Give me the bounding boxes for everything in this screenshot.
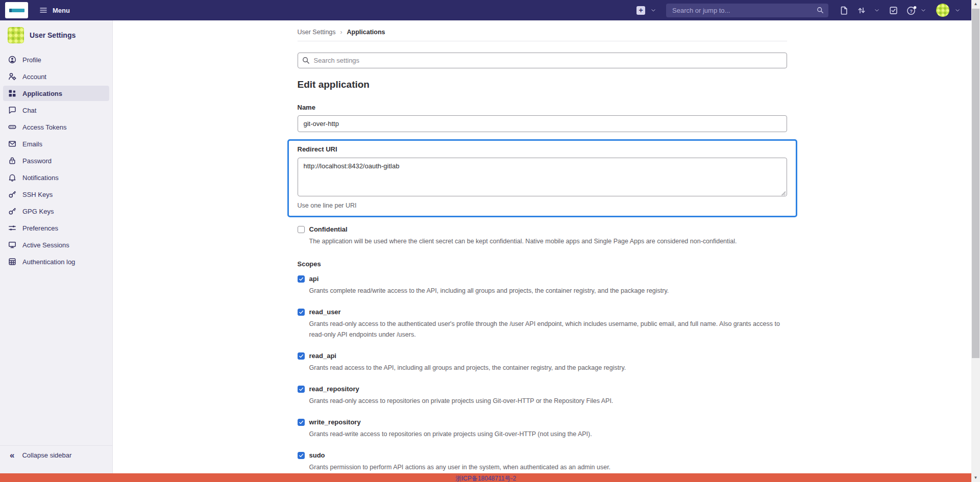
scope-read-user-description: Grants read-only access to the authentic… — [309, 319, 787, 340]
redirect-uri-label: Redirect URI — [298, 145, 787, 153]
sidebar-item-chat[interactable]: Chat — [3, 103, 109, 118]
scrollbar-down-arrow-icon[interactable]: ▼ — [971, 474, 980, 482]
scope-api-description: Grants complete read/write access to the… — [309, 286, 787, 296]
collapse-sidebar-button[interactable]: « Collapse sidebar — [0, 445, 112, 465]
chat-icon — [8, 106, 16, 114]
scope-write-repository-label[interactable]: write_repository — [309, 418, 361, 426]
sidebar-item-ssh-keys[interactable]: SSH Keys — [3, 187, 109, 202]
preferences-icon — [8, 224, 16, 232]
sidebar-item-label: Applications — [22, 90, 62, 97]
sidebar-item-account[interactable]: Account — [3, 69, 109, 84]
check-icon — [299, 453, 304, 458]
scope-group-sudo: sudo Grants permission to perform API ac… — [298, 451, 787, 473]
hamburger-icon — [39, 6, 47, 14]
sidebar-item-label: Password — [22, 157, 52, 165]
sidebar-item-profile[interactable]: Profile — [3, 52, 109, 67]
applications-icon — [8, 89, 16, 97]
top-navbar: Menu + ? — [0, 0, 971, 20]
scope-write-repository-description: Grants read-write access to repositories… — [309, 429, 787, 440]
emails-icon — [8, 140, 16, 148]
textarea-resize-handle-icon[interactable] — [781, 191, 786, 195]
new-item-button[interactable]: + — [636, 6, 645, 15]
new-item-chevron-down-icon[interactable] — [651, 8, 656, 13]
scope-read-user-checkbox[interactable] — [298, 309, 305, 316]
sidebar-item-notifications[interactable]: Notifications — [3, 170, 109, 185]
page-scrollbar[interactable]: ▲ ▼ — [971, 0, 980, 482]
sidebar-item-active-sessions[interactable]: Active Sessions — [3, 237, 109, 252]
sidebar-item-label: SSH Keys — [22, 191, 53, 198]
redirect-uri-highlight-box: Redirect URI http://localhost:8432/oauth… — [287, 139, 797, 217]
icp-license-link[interactable]: 浙ICP备18048711号-2 — [455, 475, 516, 482]
sidebar-item-label: Access Tokens — [22, 123, 66, 131]
access-tokens-icon — [8, 123, 16, 131]
scope-read-api-label[interactable]: read_api — [309, 352, 336, 360]
scope-read-repository-label[interactable]: read_repository — [309, 385, 359, 393]
confidential-group: Confidential The application will be use… — [298, 225, 787, 247]
authentication-log-icon — [8, 258, 16, 266]
scope-read-api-description: Grants read access to the API, including… — [309, 363, 787, 373]
scope-read-repository-checkbox[interactable] — [298, 386, 305, 393]
confidential-label[interactable]: Confidential — [309, 225, 348, 233]
breadcrumb-current: Applications — [347, 29, 385, 36]
icp-footer-bar: 浙ICP备18048711号-2 — [0, 473, 971, 482]
check-icon — [299, 420, 304, 425]
menu-button[interactable]: Menu — [39, 6, 70, 14]
scope-group-api: api Grants complete read/write access to… — [298, 275, 787, 296]
brand-logo[interactable] — [5, 2, 28, 18]
merge-requests-chevron-down-icon[interactable] — [874, 8, 879, 13]
account-icon — [8, 72, 16, 81]
help-chevron-down-icon[interactable] — [921, 8, 926, 13]
confidential-checkbox[interactable] — [298, 226, 305, 233]
user-avatar[interactable] — [936, 4, 949, 17]
merge-requests-icon[interactable] — [857, 6, 866, 15]
scope-sudo-label[interactable]: sudo — [309, 451, 325, 459]
scope-sudo-checkbox[interactable] — [298, 452, 305, 459]
issues-icon[interactable] — [840, 6, 848, 15]
collapse-chevrons-icon: « — [10, 451, 14, 460]
scrollbar-thumb[interactable] — [972, 9, 979, 358]
scope-read-user-label[interactable]: read_user — [309, 308, 341, 316]
settings-sidebar: User Settings Profile Account Applicatio… — [0, 20, 113, 473]
scope-sudo-description: Grants permission to perform API actions… — [309, 462, 787, 473]
user-settings-avatar — [8, 27, 24, 43]
scrollbar-up-arrow-icon[interactable]: ▲ — [971, 0, 980, 8]
application-name-input[interactable] — [298, 115, 787, 132]
scope-api-label[interactable]: api — [309, 275, 319, 283]
sidebar-item-label: Active Sessions — [22, 241, 69, 249]
global-search-input[interactable] — [666, 4, 828, 17]
scope-read-repository-description: Grants read-only access to repositories … — [309, 396, 787, 407]
name-label: Name — [298, 104, 787, 111]
scope-api-checkbox[interactable] — [298, 275, 305, 283]
sidebar-item-access-tokens[interactable]: Access Tokens — [3, 119, 109, 135]
sidebar-item-authentication-log[interactable]: Authentication log — [3, 254, 109, 269]
sidebar-item-label: GPG Keys — [22, 208, 54, 215]
sidebar-item-password[interactable]: Password — [3, 153, 109, 168]
svg-text:?: ? — [910, 8, 913, 13]
todo-icon[interactable] — [889, 6, 898, 15]
breadcrumb-user-settings-link[interactable]: User Settings — [298, 29, 336, 36]
redirect-uri-textarea[interactable]: http://localhost:8432/oauth-gitlab — [298, 158, 787, 196]
sidebar-item-label: Notifications — [22, 174, 59, 182]
check-icon — [299, 276, 304, 282]
help-icon[interactable]: ? — [906, 6, 917, 15]
sidebar-item-label: Account — [22, 73, 46, 81]
sidebar-item-gpg-keys[interactable]: GPG Keys — [3, 204, 109, 219]
check-icon — [299, 353, 304, 359]
scope-write-repository-checkbox[interactable] — [298, 419, 305, 426]
sidebar-item-emails[interactable]: Emails — [3, 136, 109, 151]
password-icon — [8, 157, 16, 165]
search-settings-icon — [302, 57, 310, 64]
user-menu-chevron-down-icon[interactable] — [955, 8, 960, 13]
scope-read-api-checkbox[interactable] — [298, 352, 305, 360]
scope-group-read-user: read_user Grants read-only access to the… — [298, 308, 787, 340]
scope-group-read-api: read_api Grants read access to the API, … — [298, 352, 787, 373]
search-settings-input[interactable] — [298, 53, 787, 68]
check-icon — [299, 387, 304, 392]
active-sessions-icon — [8, 241, 16, 249]
sidebar-item-preferences[interactable]: Preferences — [3, 220, 109, 236]
sidebar-header: User Settings — [0, 20, 112, 50]
help-notification-dot — [914, 6, 916, 9]
collapse-sidebar-label: Collapse sidebar — [22, 451, 71, 459]
brand-logo-icon — [9, 9, 24, 12]
sidebar-item-applications[interactable]: Applications — [3, 86, 109, 101]
